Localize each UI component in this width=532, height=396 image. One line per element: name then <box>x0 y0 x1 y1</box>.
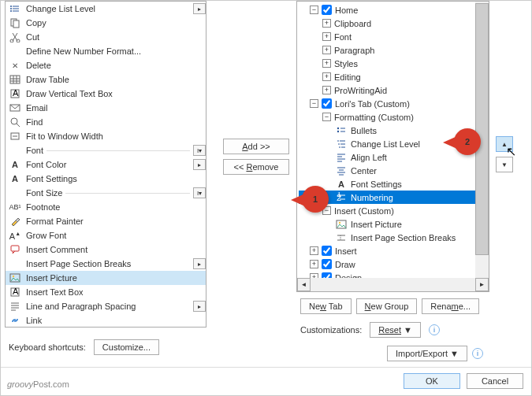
tab-checkbox[interactable] <box>322 98 332 109</box>
command-item[interactable]: Font SizeI▾ <box>6 186 206 200</box>
expander-icon[interactable]: − <box>322 113 331 121</box>
all-commands-list[interactable]: Change List Level▸CopyCutDefine New Numb… <box>5 1 206 328</box>
tree-group[interactable]: +ProWritingAid <box>299 83 487 97</box>
svg-text:A: A <box>13 88 19 98</box>
expander-icon[interactable]: + <box>322 72 331 81</box>
add-button[interactable]: Add >> <box>223 139 289 154</box>
import-export-dropdown[interactable]: Import/Export ▼ <box>387 346 467 361</box>
info-icon[interactable]: i <box>472 348 483 359</box>
command-item[interactable]: Draw Table <box>6 72 206 87</box>
tree-tab[interactable]: +Insert <box>299 244 487 257</box>
expander-icon[interactable]: + <box>322 59 331 68</box>
scroll-left-icon[interactable]: ◄ <box>297 278 311 291</box>
svg-point-2 <box>10 10 12 12</box>
command-item[interactable]: Email <box>6 101 206 115</box>
new-tab-button[interactable]: New Tab <box>300 298 352 314</box>
command-item[interactable]: Format Painter <box>6 214 206 228</box>
expander-icon[interactable]: + <box>322 32 331 41</box>
command-item[interactable]: Find <box>6 115 206 129</box>
command-label: Insert Text Box <box>26 287 206 297</box>
tree-group[interactable]: +Font <box>299 30 487 43</box>
cmd-icon: A <box>9 286 21 298</box>
tree-group[interactable]: +Editing <box>299 70 487 83</box>
new-group-button[interactable]: New Group <box>356 298 418 314</box>
tree-tab-loris[interactable]: −Lori's Tab (Custom) <box>299 97 487 110</box>
tree-tab-home[interactable]: −Home <box>299 3 487 17</box>
customizations-label: Customizations: <box>300 325 362 335</box>
tab-checkbox[interactable] <box>322 5 332 15</box>
command-label: Grow Font <box>26 231 206 240</box>
cmd-icon: A <box>9 172 21 185</box>
customize-shortcuts-button[interactable]: Customize... <box>94 339 159 355</box>
scroll-right-icon[interactable]: ► <box>475 278 489 291</box>
command-label: Font Color <box>26 160 193 169</box>
tree-command[interactable]: AFont Settings <box>299 177 487 191</box>
dropdown-icon: I▾ <box>193 145 206 156</box>
tab-checkbox[interactable] <box>322 259 332 269</box>
command-item[interactable]: Copy <box>6 16 206 30</box>
command-item[interactable]: Insert Page Section Breaks▸ <box>6 257 206 271</box>
svg-point-19 <box>337 127 339 128</box>
command-item[interactable]: A▲Grow Font <box>6 228 206 242</box>
cancel-button[interactable]: Cancel <box>467 373 523 389</box>
horizontal-scrollbar[interactable]: ◄ ► <box>297 278 489 291</box>
command-item[interactable]: AInsert Text Box <box>6 285 206 299</box>
command-item[interactable]: Change List Level▸ <box>6 2 206 16</box>
command-label: Format Painter <box>26 217 206 226</box>
expander-icon[interactable]: + <box>310 246 318 255</box>
command-item[interactable]: Cut <box>6 30 206 44</box>
move-down-button[interactable]: ▼ <box>496 157 513 172</box>
tree-group-formatting[interactable]: −Formatting (Custom) <box>299 110 487 124</box>
cmd-icon <box>9 116 21 128</box>
cmd-icon <box>9 31 21 43</box>
expander-icon[interactable]: − <box>310 6 318 14</box>
svg-text:A: A <box>13 287 19 296</box>
command-item[interactable]: ADraw Vertical Text Box <box>6 87 206 101</box>
tree-command[interactable]: Insert Page Section Breaks <box>299 231 487 244</box>
ctr-icon <box>335 165 348 177</box>
svg-rect-4 <box>13 20 19 28</box>
expander-icon[interactable]: − <box>310 99 318 108</box>
ok-button[interactable]: OK <box>404 373 460 389</box>
dropdown-icon: I▾ <box>193 187 206 198</box>
info-icon[interactable]: i <box>429 324 440 335</box>
remove-button[interactable]: << Remove <box>223 159 289 175</box>
command-item[interactable]: Line and Paragraph Spacing▸ <box>6 299 206 313</box>
expander-icon[interactable]: + <box>322 46 331 54</box>
tree-group-insert[interactable]: −Insert (Custom) <box>299 204 487 217</box>
command-item[interactable]: Fit to Window Width <box>6 129 206 143</box>
svg-rect-7 <box>10 76 20 83</box>
expander-icon[interactable]: + <box>322 86 331 94</box>
dropdown-icon: ▸ <box>193 3 206 14</box>
tree-command[interactable]: Center <box>299 164 487 177</box>
command-item[interactable]: Link <box>6 313 206 328</box>
svg-point-15 <box>13 276 14 277</box>
command-label: Font Settings <box>26 174 206 183</box>
tree-group[interactable]: +Paragraph <box>299 43 487 57</box>
dropdown-icon: ▸ <box>193 159 206 170</box>
command-item[interactable]: Insert Picture <box>6 271 206 285</box>
command-item[interactable]: Define New Number Format... <box>6 44 206 58</box>
cmd-icon <box>9 272 21 284</box>
tree-tab[interactable]: +Draw <box>299 257 487 271</box>
command-label: Fit to Window Width <box>26 131 206 141</box>
cmd-icon <box>9 17 21 29</box>
svg-point-24 <box>339 221 340 223</box>
command-item[interactable]: FontI▾ <box>6 143 206 157</box>
command-item[interactable]: AFont Color▸ <box>6 157 206 172</box>
expander-icon[interactable]: + <box>322 19 331 28</box>
command-label: Link <box>26 316 206 325</box>
tree-group[interactable]: +Styles <box>299 57 487 70</box>
rename-button[interactable]: Rename... <box>422 298 479 314</box>
expander-icon[interactable]: + <box>310 260 318 268</box>
tree-command[interactable]: Insert Picture <box>299 217 487 231</box>
command-item[interactable]: Insert Comment <box>6 242 206 257</box>
reset-dropdown[interactable]: Reset ▼ <box>370 322 421 338</box>
command-label: Change List Level <box>26 4 193 13</box>
tab-checkbox[interactable] <box>322 246 332 256</box>
command-item[interactable]: AB¹Footnote <box>6 200 206 214</box>
command-item[interactable]: ✕Delete <box>6 58 206 72</box>
tree-group[interactable]: +Clipboard <box>299 17 487 30</box>
command-item[interactable]: AFont Settings <box>6 172 206 186</box>
move-up-button[interactable]: ▲ <box>496 136 513 152</box>
